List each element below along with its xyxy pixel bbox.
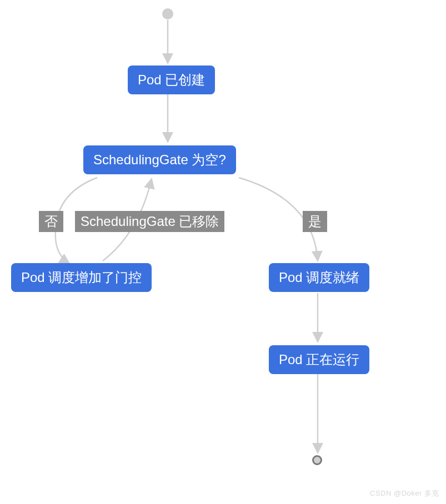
- node-pod-ready: Pod 调度就绪: [269, 263, 369, 292]
- node-pod-running: Pod 正在运行: [269, 345, 369, 374]
- edge-label-text: SchedulingGate 已移除: [81, 214, 219, 229]
- node-label: Pod 已创建: [138, 72, 205, 87]
- node-label: Pod 调度就绪: [279, 270, 359, 285]
- end-node: [312, 455, 322, 465]
- flowchart-connectors: [0, 0, 446, 504]
- node-pod-created: Pod 已创建: [128, 65, 215, 94]
- node-label: Pod 正在运行: [279, 352, 359, 367]
- node-label: SchedulingGate 为空?: [93, 152, 226, 167]
- edge-label-no: 否: [39, 211, 63, 232]
- node-pod-gated: Pod 调度增加了门控: [11, 263, 152, 292]
- edge-label-yes: 是: [303, 211, 327, 232]
- watermark: CSDN @Doker 多克: [370, 488, 439, 498]
- edge-label-text: 否: [44, 214, 58, 229]
- node-label: Pod 调度增加了门控: [21, 270, 142, 285]
- edge-label-removed: SchedulingGate 已移除: [75, 211, 224, 232]
- start-node: [162, 8, 173, 19]
- watermark-text: CSDN @Doker 多克: [370, 489, 439, 497]
- node-scheduling-gate-decision: SchedulingGate 为空?: [83, 145, 236, 174]
- edge-label-text: 是: [308, 214, 322, 229]
